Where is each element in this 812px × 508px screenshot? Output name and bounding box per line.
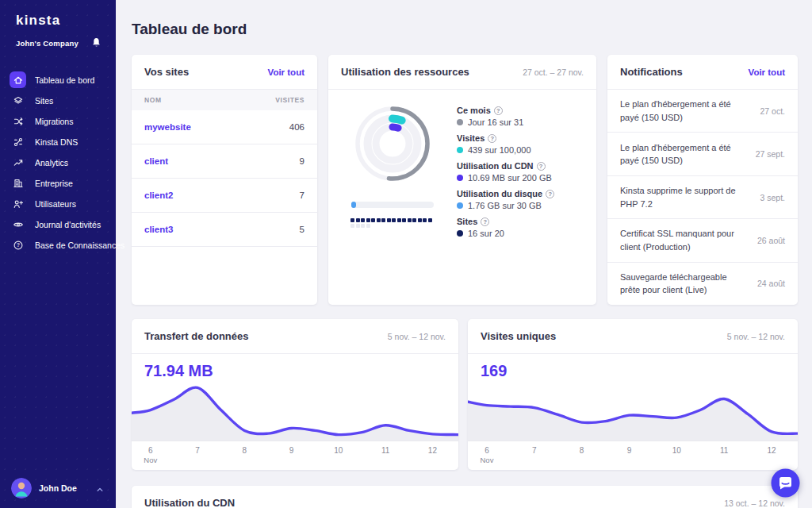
avatar: [11, 478, 32, 498]
sidebar-nav: Tableau de bordSitesMigrationsKinsta DNS…: [0, 70, 116, 255]
unique-visits-title: Visites uniques: [481, 330, 556, 342]
legend-dot: [457, 175, 463, 181]
sidebar-item-label: Sites: [35, 96, 53, 106]
column-visites: VISITES: [275, 96, 304, 104]
sidebar-item-migrations[interactable]: Migrations: [0, 111, 116, 131]
site-slot-square: [356, 218, 360, 222]
x-axis-month-label: Nov: [481, 456, 494, 465]
sidebar-item-label: Kinsta DNS: [35, 137, 78, 147]
table-row: mywebsite406: [132, 110, 317, 144]
resources-title: Utilisation des ressources: [341, 66, 469, 78]
x-axis-month-label: Nov: [144, 456, 157, 465]
sidebar-item-entreprise[interactable]: Entreprise: [0, 173, 116, 193]
x-axis-tick-label: 8: [580, 445, 584, 456]
legend-value: 1.76 GB sur 30 GB: [468, 201, 542, 210]
site-slot-square: [408, 218, 412, 222]
sidebar-item-kinsta-dns[interactable]: Kinsta DNS: [0, 132, 116, 152]
site-link[interactable]: client3: [144, 225, 173, 234]
legend-label: Utilisation du CDN: [457, 161, 534, 171]
site-slot-square: [392, 218, 396, 222]
help-icon[interactable]: ?: [537, 162, 546, 171]
x-axis-tick-label: 10: [672, 445, 681, 456]
notification-item[interactable]: Certificat SSL manquant pour client (Pro…: [607, 219, 798, 262]
legend-item: Utilisation du CDN?10.69 MB sur 200 GB: [457, 161, 585, 183]
site-slot-square: [397, 218, 401, 222]
site-slot-square: [381, 218, 385, 222]
kinsta-logo: kinsta: [0, 13, 116, 29]
sites-table-header: NOM VISITES: [132, 90, 317, 110]
notification-date: 24 août: [757, 279, 785, 288]
x-axis-tick-label: 9: [627, 445, 632, 456]
site-slot-square: [412, 218, 416, 222]
notification-text: Le plan d'hébergement a été payé (150 US…: [620, 98, 741, 124]
eye-icon: [10, 216, 26, 233]
company-name: John's Company: [16, 39, 79, 48]
notification-item[interactable]: Sauvegarde téléchargeable prête pour cli…: [607, 263, 798, 305]
x-axis-tick-label: 7: [532, 445, 537, 456]
table-row: client35: [132, 213, 317, 247]
notifications-list: Le plan d'hébergement a été payé (150 US…: [607, 90, 798, 305]
notification-date: 3 sept.: [760, 193, 785, 202]
sidebar-item-dashboard[interactable]: Tableau de bord: [0, 70, 116, 90]
site-link[interactable]: client2: [144, 190, 173, 200]
legend-value: Jour 16 sur 31: [468, 117, 523, 127]
notification-text: Kinsta supprime le support de PHP 7.2: [620, 184, 741, 210]
sidebar-item-utilisateurs[interactable]: Utilisateurs: [0, 194, 116, 214]
legend-item: Ce mois?Jour 16 sur 31: [457, 106, 585, 127]
sidebar-item-label: Migrations: [35, 117, 73, 126]
site-visits: 5: [300, 225, 304, 234]
legend-label: Sites: [457, 217, 477, 226]
x-axis-tick-label: 8: [242, 445, 247, 456]
notification-date: 27 oct.: [760, 106, 785, 116]
unique-visits-total: 169: [468, 354, 798, 382]
sidebar-item-label: Entreprise: [35, 179, 73, 188]
svg-text:?: ?: [17, 242, 20, 248]
notification-text: Le plan d'hébergement a été payé (150 US…: [620, 141, 741, 167]
help-icon[interactable]: ?: [494, 106, 503, 115]
notification-item[interactable]: Kinsta supprime le support de PHP 7.23 s…: [607, 176, 798, 219]
chevron-up-icon: [95, 483, 105, 493]
site-link[interactable]: client: [144, 156, 168, 166]
x-axis-tick-label: 9: [289, 445, 294, 456]
legend-dot: [457, 119, 463, 125]
x-axis-tick-label: 11: [381, 445, 389, 456]
help-icon[interactable]: ?: [546, 190, 554, 198]
help-icon[interactable]: ?: [488, 134, 496, 143]
notification-item[interactable]: Le plan d'hébergement a été payé (150 US…: [607, 133, 798, 175]
unique-visits-card: Visites uniques 5 nov. – 12 nov. 169 6No…: [468, 319, 798, 470]
site-link[interactable]: mywebsite: [144, 122, 191, 132]
sidebar-item-sites[interactable]: Sites: [0, 90, 116, 110]
legend-label: Visites: [457, 133, 485, 143]
site-slot-square: [350, 224, 354, 228]
sidebar-item-analytics[interactable]: Analytics: [0, 152, 116, 172]
vos-sites-card: Vos sites Voir tout NOM VISITES mywebsit…: [132, 55, 317, 305]
notifications-title: Notifications: [620, 66, 683, 78]
vos-sites-voir-tout-link[interactable]: Voir tout: [268, 67, 304, 77]
legend-value: 16 sur 20: [468, 229, 504, 238]
notification-item[interactable]: Le plan d'hébergement a été payé (150 US…: [607, 90, 798, 133]
bell-icon[interactable]: [90, 37, 103, 49]
site-slot-square: [371, 218, 375, 222]
data-transfer-title: Transfert de données: [144, 330, 248, 342]
notifications-voir-tout-link[interactable]: Voir tout: [749, 67, 785, 77]
layers-icon: [10, 92, 26, 109]
legend-dot: [457, 230, 463, 237]
user-name: John Doe: [39, 483, 88, 493]
site-visits: 7: [300, 190, 304, 200]
data-transfer-chart: [132, 382, 458, 441]
legend-item: Utilisation du disque?1.76 GB sur 30 GB: [457, 189, 585, 210]
sidebar-item-label: Tableau de bord: [35, 75, 94, 85]
sidebar-item-base-connaissances[interactable]: ?Base de Connaissances: [0, 235, 116, 255]
disk-usage-fill: [351, 202, 356, 208]
legend-label: Utilisation du disque: [457, 189, 542, 198]
help-icon[interactable]: ?: [481, 217, 489, 226]
intercom-chat-button[interactable]: [771, 468, 800, 498]
x-axis-tick-label: 7: [195, 445, 200, 456]
user-menu[interactable]: John Doe: [0, 478, 116, 498]
legend-item: Sites?16 sur 20: [457, 217, 585, 238]
sidebar-item-journal-activites[interactable]: Journal d'activités: [0, 214, 116, 234]
x-axis-tick-label: 12: [768, 445, 776, 456]
sidebar-item-label: Base de Connaissances: [35, 241, 124, 250]
table-row: client27: [132, 179, 317, 213]
notification-text: Sauvegarde téléchargeable prête pour cli…: [620, 271, 741, 297]
